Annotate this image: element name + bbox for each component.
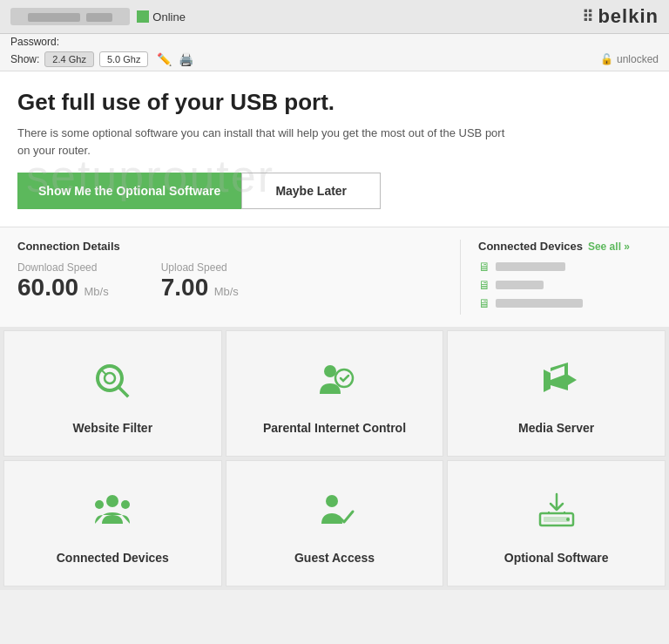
parental-control-icon bbox=[313, 359, 356, 409]
connected-devices-icon bbox=[91, 489, 134, 539]
media-server-label: Media Server bbox=[518, 421, 594, 435]
svg-point-1 bbox=[324, 365, 336, 377]
device-name-bar-3 bbox=[496, 299, 583, 308]
media-server-card[interactable]: Media Server bbox=[447, 330, 666, 457]
main-content: setuprouter Get full use of your USB por… bbox=[0, 71, 669, 227]
header: Online ⠿ belkin bbox=[0, 0, 669, 34]
see-all-link[interactable]: See all » bbox=[588, 241, 630, 253]
upload-value: 7.00 bbox=[161, 274, 209, 301]
media-server-icon bbox=[535, 359, 578, 409]
download-speed: Download Speed 60.00 Mb/s bbox=[17, 261, 109, 302]
band-2ghz-button[interactable]: 2.4 Ghz bbox=[44, 51, 94, 67]
svg-point-10 bbox=[566, 518, 570, 521]
website-filter-card[interactable]: Website Filter bbox=[3, 330, 222, 457]
guest-access-label: Guest Access bbox=[294, 551, 375, 565]
band-5ghz-button[interactable]: 5.0 Ghz bbox=[99, 51, 149, 67]
ssid-display bbox=[10, 8, 130, 25]
device-item-2: 🖥 bbox=[478, 278, 652, 292]
download-value: 60.00 bbox=[17, 274, 78, 301]
sub-header: Show: 2.4 Ghz 5.0 Ghz ✏️ 🖨️ 🔓 unlocked bbox=[0, 48, 669, 71]
download-unit: Mb/s bbox=[84, 285, 109, 298]
devices-title: Connected Devices See all » bbox=[478, 240, 652, 253]
website-filter-label: Website Filter bbox=[73, 421, 153, 435]
speed-row: Download Speed 60.00 Mb/s Upload Speed 7… bbox=[17, 261, 460, 302]
lock-label: unlocked bbox=[617, 53, 659, 65]
guest-access-icon bbox=[313, 489, 356, 539]
connection-title: Connection Details bbox=[17, 240, 460, 253]
lock-icon: 🔓 bbox=[600, 53, 613, 65]
device-item-1: 🖥 bbox=[478, 260, 652, 274]
parental-control-card[interactable]: Parental Internet Control bbox=[226, 330, 444, 457]
website-filter-icon bbox=[91, 359, 134, 409]
connection-section: Connection Details Download Speed 60.00 … bbox=[0, 227, 669, 327]
connected-devices-label: Connected Devices bbox=[57, 551, 169, 565]
device-name-bar-1 bbox=[496, 262, 565, 271]
sub-header-icons: ✏️ 🖨️ bbox=[157, 52, 193, 66]
device-icon-3: 🖥 bbox=[478, 296, 490, 310]
feature-grid: Website Filter Parental Internet Control… bbox=[0, 327, 669, 590]
status-indicator: Online bbox=[137, 10, 186, 24]
svg-point-7 bbox=[326, 495, 338, 507]
guest-access-card[interactable]: Guest Access bbox=[226, 460, 444, 586]
button-row: Show Me the Optional Software Maybe Late… bbox=[17, 173, 652, 209]
download-label: Download Speed bbox=[17, 261, 109, 274]
device-name-bar-2 bbox=[496, 281, 544, 289]
brand-name: belkin bbox=[598, 5, 659, 28]
edit-icon[interactable]: ✏️ bbox=[157, 52, 172, 66]
password-row: Password: bbox=[0, 34, 669, 48]
upload-speed: Upload Speed 7.00 Mb/s bbox=[161, 261, 239, 302]
upload-label: Upload Speed bbox=[161, 261, 239, 274]
belkin-logo: ⠿ belkin bbox=[582, 5, 659, 28]
header-left: Online bbox=[10, 8, 186, 25]
parental-control-label: Parental Internet Control bbox=[263, 421, 406, 435]
optional-software-label: Optional Software bbox=[504, 551, 609, 565]
svg-point-5 bbox=[95, 500, 104, 509]
device-icon-2: 🖥 bbox=[478, 278, 490, 292]
svg-point-4 bbox=[106, 495, 118, 507]
status-label: Online bbox=[152, 10, 186, 24]
svg-point-6 bbox=[121, 500, 130, 509]
maybe-later-button[interactable]: Maybe Later bbox=[241, 173, 381, 209]
svg-point-2 bbox=[335, 369, 353, 387]
lock-status: 🔓 unlocked bbox=[600, 53, 659, 65]
upload-unit: Mb/s bbox=[214, 285, 239, 298]
optional-software-icon bbox=[535, 489, 578, 539]
usb-title: Get full use of your USB port. bbox=[17, 89, 652, 116]
svg-marker-3 bbox=[568, 375, 577, 385]
optional-software-card[interactable]: Optional Software bbox=[447, 460, 666, 586]
device-icon-1: 🖥 bbox=[478, 260, 490, 274]
password-label: Password: bbox=[10, 36, 59, 48]
usb-description: There is some optional software you can … bbox=[17, 125, 505, 159]
connected-devices-panel: Connected Devices See all » 🖥 🖥 🖥 bbox=[460, 240, 652, 315]
devices-heading: Connected Devices bbox=[478, 240, 583, 253]
show-optional-software-button[interactable]: Show Me the Optional Software bbox=[17, 173, 241, 209]
online-dot bbox=[137, 10, 149, 23]
show-label: Show: bbox=[10, 53, 39, 65]
svg-rect-9 bbox=[544, 517, 570, 522]
connection-left: Connection Details Download Speed 60.00 … bbox=[17, 240, 460, 315]
device-item-3: 🖥 bbox=[478, 296, 652, 310]
belkin-dots-icon: ⠿ bbox=[582, 7, 594, 26]
connected-devices-card[interactable]: Connected Devices bbox=[3, 460, 222, 586]
print-icon[interactable]: 🖨️ bbox=[179, 52, 193, 66]
